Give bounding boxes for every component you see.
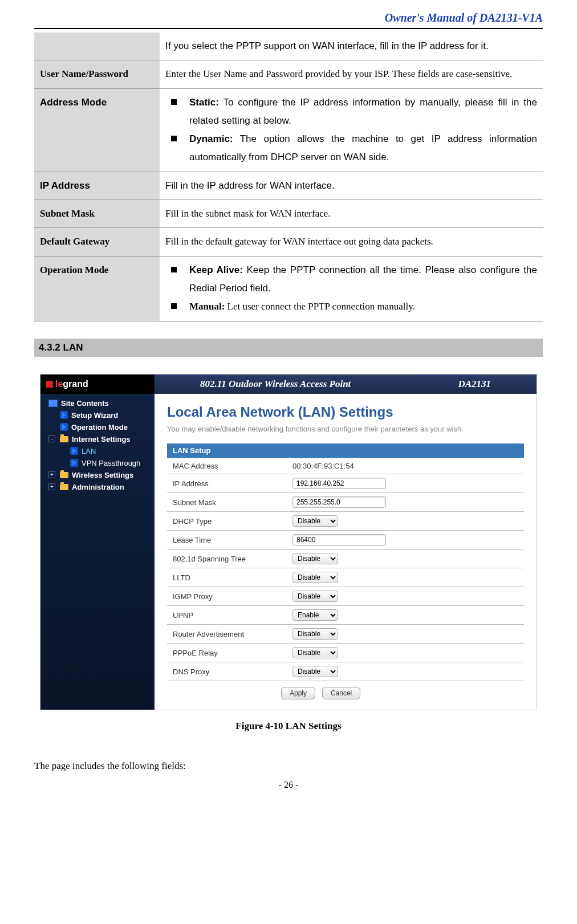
arrow-icon xyxy=(70,459,78,467)
select-dropdown[interactable]: Disable xyxy=(292,515,338,527)
square-bullet-icon xyxy=(171,136,177,141)
field-label: UPNP xyxy=(167,606,287,625)
tree-toggle-icon[interactable]: + xyxy=(48,471,55,478)
table-row: LLTDDisable xyxy=(167,568,524,587)
desc-value: Static: To configure the IP address info… xyxy=(160,88,543,172)
field-value-cell xyxy=(287,531,524,549)
brand-suffix: grand xyxy=(63,379,88,389)
field-label: DNS Proxy xyxy=(167,662,287,681)
folder-icon xyxy=(60,436,68,442)
table-row: Lease Time xyxy=(167,531,524,549)
desc-value: Enter the User Name and Password provide… xyxy=(160,60,543,88)
field-value-cell: Disable xyxy=(287,568,524,587)
tree-toggle-icon[interactable]: + xyxy=(48,483,55,490)
field-label: 802.1d Spanning Tree xyxy=(167,549,287,568)
bullet-text: Keep Alive: Keep the PPTP connection all… xyxy=(189,261,537,298)
desc-value: Fill in the subnet mask for WAN interfac… xyxy=(160,200,543,228)
section-heading-lan: 4.3.2 LAN xyxy=(34,339,543,357)
desc-value: Keep Alive: Keep the PPTP connection all… xyxy=(160,256,543,321)
sidebar-item-label: Setup Wizard xyxy=(71,411,118,420)
text-input[interactable] xyxy=(292,534,386,546)
arrow-icon xyxy=(60,423,68,431)
sidebar-item-label: Operation Mode xyxy=(71,423,128,432)
page-number: - 26 - xyxy=(34,780,543,790)
sidebar-nav: Site ContentsSetup WizardOperation Mode-… xyxy=(40,394,155,710)
desc-value: Fill in the default gateway for WAN inte… xyxy=(160,228,543,256)
tree-toggle-icon[interactable]: - xyxy=(48,435,55,442)
sidebar-item[interactable]: -Internet Settings xyxy=(40,433,155,445)
sidebar-root: Site Contents xyxy=(40,397,155,409)
text-input[interactable] xyxy=(292,496,386,508)
header-rule xyxy=(34,28,543,29)
sidebar-item-label: Internet Settings xyxy=(72,435,131,443)
brand-logo: legrand xyxy=(40,375,155,394)
field-label: Lease Time xyxy=(167,531,287,549)
field-label: IP Address xyxy=(167,474,287,493)
desc-label: Address Mode xyxy=(34,88,160,172)
table-row: UPNPEnable xyxy=(167,606,524,625)
select-dropdown[interactable]: Disable xyxy=(292,628,338,640)
monitor-icon xyxy=(48,400,58,407)
table-row: Router AdvertisementDisable xyxy=(167,625,524,644)
bullet-text: Static: To configure the IP address info… xyxy=(189,93,537,131)
field-label: IGMP Proxy xyxy=(167,587,287,606)
desc-label xyxy=(34,32,160,60)
sidebar-item[interactable]: Setup Wizard xyxy=(40,409,155,421)
sidebar-subitem[interactable]: VPN Passthrough xyxy=(40,457,155,469)
select-dropdown[interactable]: Enable xyxy=(292,609,338,621)
sidebar-item-label: Administration xyxy=(72,483,124,491)
closing-text: The page includes the following fields: xyxy=(34,760,543,772)
field-label: MAC Address xyxy=(167,458,287,474)
panel-title: Local Area Network (LAN) Settings xyxy=(167,404,524,420)
table-row: MAC Address00:30:4F:93:C1:54 xyxy=(167,458,524,474)
arrow-icon xyxy=(70,447,78,455)
lan-setup-table: LAN SetupMAC Address00:30:4F:93:C1:54IP … xyxy=(167,443,524,681)
desc-label: IP Address xyxy=(34,172,160,200)
desc-label: Operation Mode xyxy=(34,256,160,321)
doc-header-title: Owner's Manual of DA2131-V1A xyxy=(34,11,543,25)
sidebar-subitem[interactable]: LAN xyxy=(40,445,155,457)
desc-label: Default Gateway xyxy=(34,228,160,256)
table-row: DHCP TypeDisable xyxy=(167,512,524,531)
folder-icon xyxy=(60,484,68,490)
field-value-cell: Disable xyxy=(287,587,524,606)
field-value-cell: 00:30:4F:93:C1:54 xyxy=(287,458,524,474)
table-row: Subnet Mask xyxy=(167,493,524,512)
field-label: Router Advertisement xyxy=(167,625,287,644)
table-row: IP Address xyxy=(167,474,524,493)
brand-square-icon xyxy=(46,381,53,388)
field-value-cell: Disable xyxy=(287,512,524,531)
field-value-cell xyxy=(287,493,524,512)
field-label: PPPoE Relay xyxy=(167,644,287,662)
table-row: PPPoE RelayDisable xyxy=(167,644,524,662)
sidebar-item[interactable]: +Administration xyxy=(40,481,155,493)
select-dropdown[interactable]: Disable xyxy=(292,572,338,583)
table-row: DNS ProxyDisable xyxy=(167,662,524,681)
select-dropdown[interactable]: Disable xyxy=(292,553,338,564)
sidebar-subitem-label: LAN xyxy=(82,447,96,455)
figure-caption: Figure 4-10 LAN Settings xyxy=(34,721,543,732)
lan-setup-header: LAN Setup xyxy=(167,443,524,458)
select-dropdown[interactable]: Disable xyxy=(292,591,338,602)
field-label: Subnet Mask xyxy=(167,493,287,512)
sidebar-item[interactable]: +Wireless Settings xyxy=(40,469,155,481)
sidebar-item[interactable]: Operation Mode xyxy=(40,421,155,433)
cancel-button[interactable]: Cancel xyxy=(322,687,360,699)
arrow-icon xyxy=(60,411,68,419)
desc-value: If you select the PPTP support on WAN in… xyxy=(160,32,543,60)
main-panel: Local Area Network (LAN) Settings You ma… xyxy=(155,394,537,710)
field-value-cell: Disable xyxy=(287,625,524,644)
brand-prefix: le xyxy=(55,379,63,389)
select-dropdown[interactable]: Disable xyxy=(292,647,338,658)
sidebar-item-label: Wireless Settings xyxy=(72,471,133,479)
banner-title: 802.11 Outdoor Wireless Access Point xyxy=(200,378,351,390)
lan-settings-screenshot: legrand 802.11 Outdoor Wireless Access P… xyxy=(40,374,537,711)
panel-description: You may enable/disable networking functi… xyxy=(167,424,524,435)
apply-button[interactable]: Apply xyxy=(281,687,315,699)
field-label: LLTD xyxy=(167,568,287,587)
table-row: IGMP ProxyDisable xyxy=(167,587,524,606)
text-input[interactable] xyxy=(292,478,386,489)
select-dropdown[interactable]: Disable xyxy=(292,666,338,677)
desc-label: User Name/Password xyxy=(34,60,160,88)
bullet-text: Manual: Let user connect the PPTP connec… xyxy=(189,298,537,316)
